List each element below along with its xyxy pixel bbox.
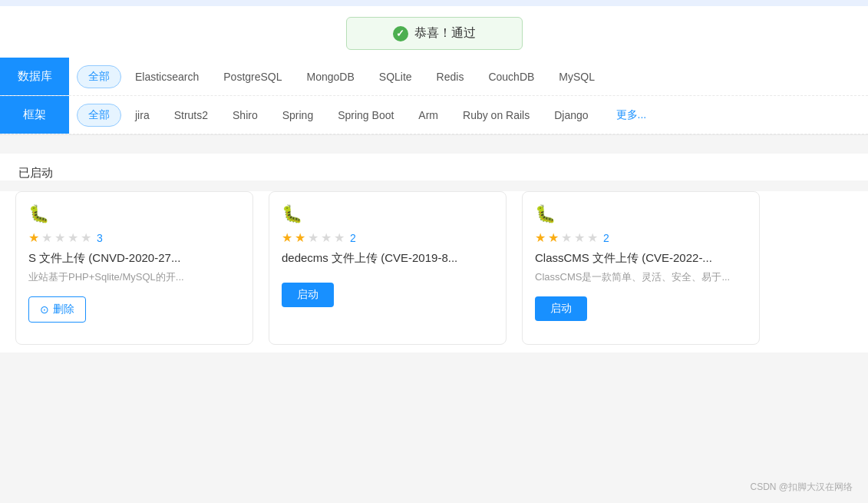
start-button-2[interactable]: 启动 bbox=[282, 283, 334, 307]
stars-row-1: ★ ★ ★ ★ ★ 3 bbox=[28, 230, 240, 245]
started-label: 已启动 bbox=[15, 166, 853, 180]
filter-section: 数据库 全部 Elasticsearch PostgreSQL MongoDB … bbox=[0, 58, 868, 135]
star-2-5: ★ bbox=[334, 230, 345, 245]
clock-icon-1: ⊙ bbox=[40, 303, 49, 316]
database-filter-row: 数据库 全部 Elasticsearch PostgreSQL MongoDB … bbox=[0, 58, 868, 96]
card-title-1: S 文件上传 (CNVD-2020-27... bbox=[28, 251, 240, 266]
star-count-2: 2 bbox=[350, 232, 356, 244]
section-separator bbox=[0, 135, 868, 154]
fw-filter-arm[interactable]: Arm bbox=[408, 105, 449, 125]
start-button-3[interactable]: 启动 bbox=[535, 296, 587, 321]
fw-filter-springboot[interactable]: Spring Boot bbox=[327, 105, 404, 125]
star-1-3: ★ bbox=[54, 230, 65, 245]
success-icon: ✓ bbox=[393, 26, 408, 41]
star-1-4: ★ bbox=[68, 230, 78, 245]
db-filter-sqlite[interactable]: SQLite bbox=[368, 67, 423, 87]
star-2-3: ★ bbox=[308, 230, 318, 245]
bug-icon-2: 🐛 bbox=[282, 204, 493, 224]
partial-card-indicator bbox=[767, 191, 790, 352]
framework-filter-items: 全部 jira Struts2 Shiro Spring Spring Boot… bbox=[69, 98, 868, 133]
db-filter-all[interactable]: 全部 bbox=[77, 65, 121, 88]
card-actions-1: ⊙ 删除 bbox=[28, 296, 240, 323]
card-2: 🐛 ★ ★ ★ ★ ★ 2 dedecms 文件上传 (CVE-2019-8..… bbox=[269, 191, 507, 345]
fw-filter-django[interactable]: Django bbox=[543, 105, 599, 125]
success-text: 恭喜！通过 bbox=[414, 25, 476, 41]
delete-label-1: 删除 bbox=[53, 303, 74, 316]
started-section: 已启动 bbox=[0, 154, 868, 180]
framework-filter-row: 框架 全部 jira Struts2 Shiro Spring Spring B… bbox=[0, 96, 868, 134]
framework-more-link[interactable]: 更多... bbox=[606, 104, 658, 126]
stars-row-2: ★ ★ ★ ★ ★ 2 bbox=[282, 230, 493, 245]
delete-button-1[interactable]: ⊙ 删除 bbox=[28, 296, 86, 323]
success-banner-wrap: ✓ 恭喜！通过 bbox=[0, 6, 868, 58]
stars-row-3: ★ ★ ★ ★ ★ 2 bbox=[535, 230, 747, 245]
db-filter-postgresql[interactable]: PostgreSQL bbox=[213, 67, 292, 87]
cards-row: 🐛 ★ ★ ★ ★ ★ 3 S 文件上传 (CNVD-2020-27... 业站… bbox=[0, 191, 868, 352]
card-title-3: ClassCMS 文件上传 (CVE-2022-... bbox=[535, 251, 747, 266]
star-1-2: ★ bbox=[41, 230, 52, 245]
star-2-2: ★ bbox=[295, 230, 305, 245]
card-title-2: dedecms 文件上传 (CVE-2019-8... bbox=[282, 251, 493, 266]
top-bar bbox=[0, 0, 868, 6]
database-label: 数据库 bbox=[0, 58, 69, 95]
bug-icon-1: 🐛 bbox=[28, 204, 240, 224]
success-banner: ✓ 恭喜！通过 bbox=[346, 17, 523, 50]
card-actions-3: 启动 bbox=[535, 296, 747, 321]
star-3-5: ★ bbox=[587, 230, 598, 245]
card-actions-2: 启动 bbox=[282, 283, 493, 307]
card-1: 🐛 ★ ★ ★ ★ ★ 3 S 文件上传 (CNVD-2020-27... 业站… bbox=[15, 191, 253, 345]
db-filter-redis[interactable]: Redis bbox=[426, 67, 475, 87]
fw-filter-jira[interactable]: jira bbox=[124, 105, 160, 125]
fw-filter-struts2[interactable]: Struts2 bbox=[163, 105, 219, 125]
db-filter-elasticsearch[interactable]: Elasticsearch bbox=[124, 67, 210, 87]
database-filter-items: 全部 Elasticsearch PostgreSQL MongoDB SQLi… bbox=[69, 59, 868, 94]
fw-filter-shiro[interactable]: Shiro bbox=[222, 105, 269, 125]
star-3-3: ★ bbox=[561, 230, 572, 245]
card-desc-3: ClassCMS是一款简单、灵活、安全、易于... bbox=[535, 270, 747, 284]
fw-filter-all[interactable]: 全部 bbox=[77, 104, 121, 127]
star-3-1: ★ bbox=[535, 230, 546, 245]
fw-filter-rubyonrails[interactable]: Ruby on Rails bbox=[452, 105, 540, 125]
card-3: 🐛 ★ ★ ★ ★ ★ 2 ClassCMS 文件上传 (CVE-2022-..… bbox=[522, 191, 760, 345]
db-filter-couchdb[interactable]: CouchDB bbox=[477, 67, 545, 87]
star-1-1: ★ bbox=[28, 230, 39, 245]
star-3-2: ★ bbox=[548, 230, 559, 245]
star-count-3: 2 bbox=[603, 232, 609, 244]
star-1-5: ★ bbox=[81, 230, 91, 245]
card-desc-1: 业站基于PHP+Sqlite/MySQL的开... bbox=[28, 270, 240, 284]
bug-icon-3: 🐛 bbox=[535, 204, 747, 224]
star-2-1: ★ bbox=[282, 230, 292, 245]
db-filter-mongodb[interactable]: MongoDB bbox=[296, 67, 365, 87]
star-count-1: 3 bbox=[97, 232, 103, 244]
star-2-4: ★ bbox=[321, 230, 332, 245]
star-3-4: ★ bbox=[574, 230, 585, 245]
db-filter-mysql[interactable]: MySQL bbox=[548, 67, 606, 87]
fw-filter-spring[interactable]: Spring bbox=[272, 105, 324, 125]
framework-label: 框架 bbox=[0, 96, 69, 134]
